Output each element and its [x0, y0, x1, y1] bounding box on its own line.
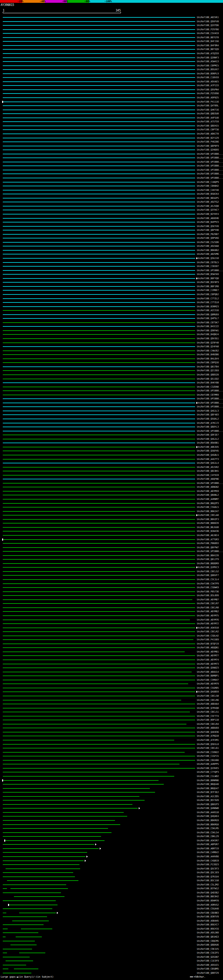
hit-label[interactable]: UniRef100_C0CLA8	[197, 514, 219, 517]
hit-row[interactable]: UniRef100_B6KRG9	[0, 819, 223, 822]
hit-bar[interactable]	[3, 872, 73, 873]
hit-row[interactable]: UniRef100_A7RQ10	[0, 734, 223, 738]
hit-label[interactable]: UniRef100_C5GDL5	[197, 506, 219, 509]
hit-label[interactable]: UniRef100_Q4T09L	[197, 104, 219, 107]
hit-bar[interactable]	[3, 25, 195, 26]
hit-row[interactable]: UniRef100_B3TW12	[0, 887, 223, 891]
hit-label[interactable]: UniRef100_B4FJS6	[197, 40, 219, 43]
hit-label[interactable]: UniRef100_A8UEH6	[197, 217, 219, 220]
hit-label[interactable]: UniRef100_P29766	[197, 28, 219, 31]
hit-label[interactable]: UniRef100_A7ST59	[197, 120, 219, 123]
hit-row[interactable]: UniRef100_UPI000...	[0, 405, 223, 409]
hit-label[interactable]: UniRef100_UPI000...	[197, 430, 223, 433]
hit-label[interactable]: UniRef100_A9RVS2	[197, 904, 219, 906]
hit-bar[interactable]	[3, 676, 195, 676]
hit-row[interactable]: UniRef100_Q1M5C3	[0, 566, 223, 570]
hit-bar[interactable]	[3, 507, 195, 508]
hit-label[interactable]: UniRef100_A5JVQ0	[197, 205, 219, 208]
hit-label[interactable]: UniRef100_Q24FA0	[197, 345, 219, 348]
hit-label[interactable]: UniRef100_A8QFN6	[197, 478, 219, 480]
hit-bar[interactable]	[3, 515, 195, 515]
hit-row[interactable]: UniRef100_Q213E8	[0, 369, 223, 373]
hit-bar[interactable]	[3, 49, 195, 50]
hit-bar[interactable]	[3, 334, 195, 335]
hit-row[interactable]: UniRef100_P62907	[0, 232, 223, 236]
hit-label[interactable]: UniRef100_P41569	[197, 638, 219, 641]
hit-row[interactable]: UniRef100_Q56FH5	[0, 449, 223, 453]
hit-label[interactable]: UniRef100_B6TGT0	[197, 36, 219, 39]
hit-row[interactable]: UniRef100_Q4N6W0	[0, 807, 223, 810]
hit-row[interactable]: UniRef100_A6RT19	[0, 847, 223, 851]
hit-row[interactable]: UniRef100_Q5EYV8	[0, 224, 223, 228]
hit-label[interactable]: UniRef100_A9ZTG2	[197, 200, 219, 204]
hit-bar[interactable]	[3, 531, 195, 531]
hit-label[interactable]: UniRef100_B3RTV9	[197, 915, 219, 918]
hit-row[interactable]: UniRef100_B4FJS6	[0, 40, 223, 43]
hit-label[interactable]: UniRef100_B4N3B6	[197, 353, 219, 356]
hit-row[interactable]: UniRef100_A6YM73	[0, 662, 223, 666]
hit-label[interactable]: UniRef100_P05736	[197, 590, 219, 593]
hit-label[interactable]: UniRef100_B6K862	[197, 249, 219, 252]
hit-row[interactable]: UniRef100_C6GS66	[0, 759, 223, 762]
hit-bar[interactable]	[3, 306, 195, 307]
hit-bar[interactable]	[3, 402, 195, 403]
hit-label[interactable]: UniRef100_C7TZL0	[197, 301, 219, 304]
hit-bar[interactable]	[3, 527, 195, 528]
hit-label[interactable]: UniRef100_Q4E036	[197, 731, 219, 733]
hit-row[interactable]: UniRef100_C5GR05	[0, 686, 223, 690]
hit-row[interactable]: UniRef100_Q6B528	[0, 373, 223, 377]
hit-bar[interactable]	[3, 450, 195, 451]
hit-label[interactable]: UniRef100_Q6F483	[197, 414, 219, 416]
hit-row[interactable]: UniRef100_Q6C0H1	[0, 469, 223, 473]
hit-row[interactable]: UniRef100_Q7RJU4	[0, 875, 223, 879]
hit-row[interactable]: UniRef100_C7YQP3	[0, 770, 223, 774]
hit-label[interactable]: UniRef100_A6YM59	[197, 490, 219, 493]
hit-row[interactable]: UniRef100_Q6EH15	[0, 124, 223, 128]
hit-bar[interactable]	[3, 916, 47, 917]
hit-label[interactable]: UniRef100_C0CL51	[197, 711, 219, 713]
hit-bar[interactable]	[3, 434, 195, 435]
hit-row[interactable]: UniRef100_Q4Q4E4	[0, 815, 223, 818]
hit-bar[interactable]	[3, 692, 195, 692]
hit-row[interactable]: UniRef100_C1E3F9	[0, 959, 223, 963]
hit-row[interactable]: UniRef100_C1LWD2	[0, 775, 223, 778]
hit-bar[interactable]	[3, 740, 174, 740]
hit-row[interactable]: UniRef100_B0NRN6	[0, 779, 223, 783]
hit-row[interactable]: UniRef100_A6YM81	[0, 650, 223, 654]
hit-label[interactable]: UniRef100_Q9V3G1	[197, 337, 219, 340]
hit-row[interactable]: UniRef100_Q4G0L5	[0, 453, 223, 457]
hit-label[interactable]: UniRef100_A6YM79	[197, 682, 219, 685]
hit-label[interactable]: UniRef100_A6YM73	[197, 663, 219, 665]
hit-row[interactable]: UniRef100_A0D4A4	[0, 702, 223, 706]
hit-bar-fragment[interactable]	[3, 969, 8, 969]
hit-bar[interactable]	[3, 390, 195, 391]
hit-row[interactable]: UniRef100_A4H510	[0, 811, 223, 815]
hit-label[interactable]: UniRef100_B5Y3U9	[197, 799, 219, 802]
hit-row[interactable]: UniRef100_C0H8H2	[0, 184, 223, 188]
hit-row[interactable]: UniRef100_Q5C9T3	[0, 867, 223, 871]
hit-bar[interactable]	[3, 663, 195, 664]
hit-bar[interactable]	[3, 81, 195, 82]
hit-label[interactable]: UniRef100_B6KRG9	[197, 819, 219, 822]
hit-bar[interactable]	[3, 563, 195, 564]
hit-bar[interactable]	[3, 712, 190, 712]
hit-bar[interactable]	[3, 792, 155, 792]
hit-bar[interactable]	[3, 800, 144, 800]
hit-label[interactable]: UniRef100_B9P110	[197, 719, 219, 721]
hit-label[interactable]: UniRef100_B6SGP5	[197, 197, 219, 200]
hit-row[interactable]: UniRef100_B0D639	[0, 522, 223, 525]
hit-row[interactable]: UniRef100_C4M6V2	[0, 851, 223, 854]
hit-row[interactable]: UniRef100_A4P1U8	[0, 116, 223, 120]
hit-row[interactable]: UniRef100_Q6PYH0	[0, 228, 223, 232]
hit-label[interactable]: UniRef100_C0PMC5	[197, 64, 219, 67]
hit-row[interactable]: UniRef100_Q601P3	[0, 803, 223, 807]
hit-row[interactable]: UniRef100_A0ZVM6	[0, 252, 223, 256]
hit-row[interactable]: UniRef100_B6TGT0	[0, 36, 223, 40]
hit-label[interactable]: UniRef100_A1CZD5	[197, 795, 219, 798]
hit-row[interactable]: UniRef100_B0XZF3	[0, 518, 223, 522]
hit-bar[interactable]	[3, 547, 195, 548]
hit-bar[interactable]	[3, 129, 195, 130]
hit-row[interactable]: UniRef100_A4RNM7	[0, 498, 223, 501]
hit-row[interactable]: UniRef100_B6SGP5	[0, 196, 223, 200]
hit-row[interactable]: UniRef100_C5GDL5	[0, 506, 223, 509]
